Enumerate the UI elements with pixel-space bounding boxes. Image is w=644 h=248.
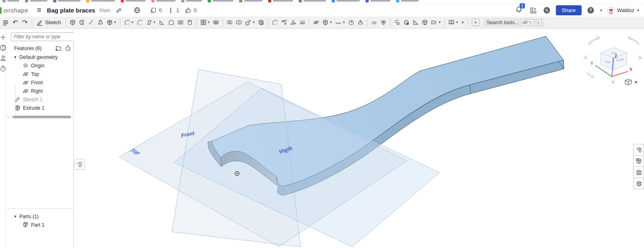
insert-derived-dropdown-icon[interactable]: ▼ — [455, 21, 458, 24]
graphics-viewport[interactable]: Top Front Right — [74, 29, 644, 248]
revolve-tool-button[interactable] — [77, 17, 87, 28]
thicken-tool-button[interactable]: ▼ — [105, 17, 118, 28]
bookmark-item[interactable] — [121, 0, 146, 2]
toolbar-overflow-icon[interactable]: ▼ — [461, 21, 464, 25]
bookmark-item[interactable] — [53, 0, 80, 2]
draft-tool-button[interactable]: ▼ — [144, 17, 157, 28]
redo-button[interactable]: ↷ — [20, 19, 30, 26]
projected-curve-tool-button[interactable]: ▼ — [334, 17, 347, 28]
versions-icon[interactable] — [166, 6, 175, 15]
right-panel-tab-mate[interactable] — [633, 167, 644, 178]
rail-halfcircle-button[interactable] — [0, 45, 6, 50]
shell-tool-button[interactable] — [167, 17, 176, 28]
feature-tree-item-front[interactable]: Front — [6, 78, 73, 87]
bookmark-item[interactable] — [2, 0, 19, 2]
learning-center-icon[interactable] — [542, 6, 552, 15]
panel-hscrollbar[interactable] — [6, 115, 74, 119]
delete-face-tool-button[interactable] — [279, 17, 289, 28]
tag-dropdown-icon[interactable]: ▼ — [438, 21, 441, 24]
linear-pattern-dropdown-icon[interactable]: ▼ — [207, 21, 211, 24]
app-store-icon[interactable] — [528, 6, 538, 15]
hole-tool-button[interactable] — [176, 17, 185, 28]
thread-tool-button[interactable] — [185, 17, 194, 28]
origin-marker[interactable] — [235, 171, 239, 175]
bookmark-item[interactable] — [181, 0, 202, 2]
feature-tree-item-top[interactable]: Top — [6, 70, 73, 78]
bookmark-item[interactable] — [208, 0, 233, 2]
composite-curve-tool-button[interactable]: ▼ — [321, 17, 334, 28]
undo-button[interactable]: ↶ — [10, 19, 20, 26]
extrude-tool-button[interactable] — [68, 17, 77, 28]
viewport-canvas[interactable]: Top Front Right — [74, 29, 644, 248]
transform-dropdown-icon[interactable]: ▼ — [252, 21, 255, 24]
help-button[interactable]: ? — [586, 6, 595, 15]
fillet-dropdown-icon[interactable]: ▼ — [131, 21, 134, 24]
browser-bookmarks-bar[interactable] — [0, 0, 644, 4]
chamfer-tool-button[interactable] — [135, 17, 144, 28]
chevron-down-icon[interactable]: ▼ — [13, 55, 17, 59]
draft-dropdown-icon[interactable]: ▼ — [153, 21, 156, 24]
bookmark-item[interactable] — [365, 0, 390, 2]
import-geometry-tool-button[interactable] — [356, 17, 365, 28]
helix-tool-button[interactable] — [347, 17, 356, 28]
document-menu-icon[interactable]: ≡ — [37, 6, 41, 15]
part-list-item[interactable]: Part 1 — [6, 221, 74, 229]
feature-tree-item-extrude-1[interactable]: Extrude 1 — [6, 104, 73, 112]
help-caret-icon[interactable]: ▼ — [599, 8, 603, 13]
feature-tree-item-default-geometry[interactable]: ▼Default geometry — [6, 53, 73, 61]
like-icon[interactable] — [183, 6, 193, 15]
delete-part-tool-button[interactable] — [256, 17, 266, 28]
mirror-tool-button[interactable] — [211, 17, 221, 28]
select-tool-button[interactable]: + — [472, 19, 479, 26]
add-folder-icon[interactable] — [55, 45, 62, 51]
tag-tool-button[interactable]: ▼ — [429, 17, 442, 28]
right-panel-tab-appearance[interactable] — [633, 144, 644, 155]
boolean-tool-button[interactable] — [225, 17, 234, 28]
user-menu[interactable]: Waldoz ▼ — [607, 6, 640, 15]
linear-pattern-tool-button[interactable]: ▼ — [199, 17, 212, 28]
public-globe-icon[interactable] — [132, 6, 142, 15]
loft-tool-button[interactable] — [96, 17, 105, 28]
transform-tool-button[interactable]: ▼ — [244, 17, 256, 28]
insert-derived-tool-button[interactable]: ▼ — [447, 17, 460, 28]
filter-input[interactable] — [11, 32, 80, 41]
rail-history-button[interactable] — [0, 66, 6, 71]
plane-tool-button[interactable] — [312, 17, 321, 28]
bookmark-item[interactable] — [299, 0, 326, 2]
rail-user-button[interactable]: ? — [0, 56, 6, 61]
projected-curve-dropdown-icon[interactable]: ▼ — [342, 21, 345, 24]
sketch-button[interactable]: Sketch — [34, 17, 64, 28]
rollback-clock-icon[interactable] — [65, 45, 71, 51]
notifications-button[interactable]: 1 — [515, 6, 524, 15]
right-panel-tab-displaystate[interactable] — [633, 155, 644, 167]
panel-hscrollbar-thumb[interactable] — [12, 116, 71, 118]
split-tool-button[interactable] — [234, 17, 244, 28]
right-panel-tab-partvars[interactable]: x — [633, 178, 644, 189]
panel-collapse-handle[interactable] — [74, 159, 85, 170]
bookmark-item[interactable] — [25, 0, 47, 2]
variable-tool-button[interactable]: (x) — [369, 17, 379, 28]
parts-header-row[interactable]: ▼ Parts (1) — [6, 212, 74, 221]
spot-weld-tool-button[interactable] — [402, 17, 411, 28]
view-cube[interactable]: Top Left Front Z Y X — [583, 36, 643, 85]
fillet-tool-button[interactable]: ▼ — [122, 17, 135, 28]
share-button[interactable]: Share — [556, 5, 582, 15]
frame-tool-button[interactable] — [392, 17, 402, 28]
sweep-tool-button[interactable] — [87, 17, 96, 28]
document-title[interactable]: Bag plate braces — [47, 7, 95, 14]
feature-tree-item-sketch-1[interactable]: Sketch 1 — [6, 95, 73, 104]
bookmark-item[interactable] — [332, 0, 360, 2]
feature-tree-item-origin[interactable]: Origin — [6, 61, 73, 70]
view-options-button[interactable] — [625, 79, 638, 85]
bookmark-item[interactable] — [239, 0, 262, 2]
copy-workspace-icon[interactable] — [149, 6, 158, 15]
bookmark-item[interactable] — [151, 0, 175, 2]
workspace-branch-label[interactable]: Main — [99, 7, 111, 13]
link-icon[interactable] — [114, 6, 124, 15]
rib-tool-button[interactable] — [157, 17, 167, 28]
bookmark-item[interactable] — [86, 0, 115, 2]
gusset-tool-button[interactable] — [411, 17, 420, 28]
rail-plus-button[interactable] — [0, 35, 6, 40]
feature-list-icon[interactable] — [1, 18, 10, 27]
bookmark-item[interactable] — [268, 0, 293, 2]
